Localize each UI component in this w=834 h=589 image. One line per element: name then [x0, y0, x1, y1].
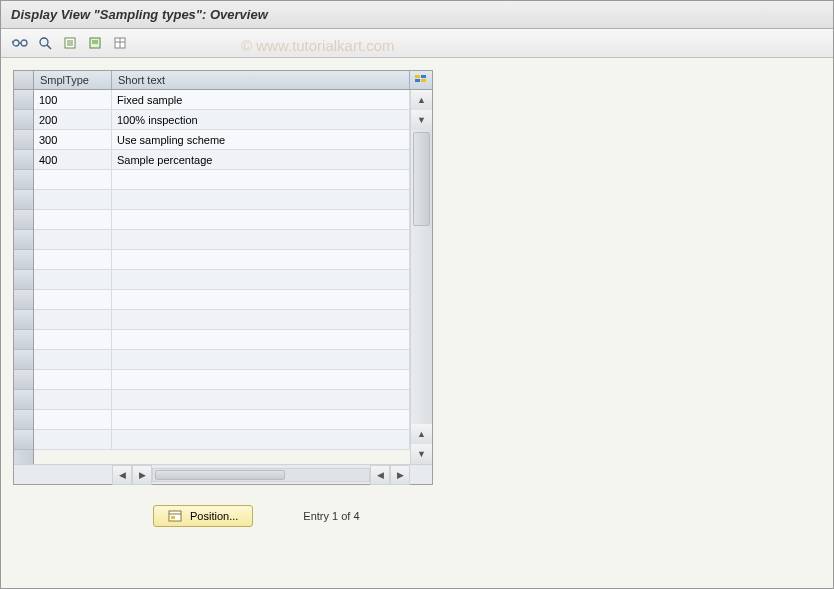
cell-shorttext [112, 270, 410, 289]
window-title: Display View "Sampling types": Overview [1, 1, 833, 29]
export-green-button[interactable] [84, 33, 106, 53]
row-selector[interactable] [14, 110, 33, 130]
scroll-track[interactable] [411, 130, 432, 424]
entry-status: Entry 1 of 4 [303, 510, 359, 522]
cell-smpltype: 200 [34, 110, 112, 129]
svg-line-3 [12, 41, 13, 43]
export-button[interactable] [59, 33, 81, 53]
cell-smpltype [34, 230, 112, 249]
row-selector[interactable] [14, 90, 33, 110]
cell-shorttext: 100% inspection [112, 110, 410, 129]
cell-shorttext [112, 190, 410, 209]
row-selector[interactable] [14, 230, 33, 250]
cell-shorttext [112, 250, 410, 269]
cell-shorttext [112, 330, 410, 349]
table-row[interactable] [34, 350, 410, 370]
cell-smpltype [34, 310, 112, 329]
row-selector[interactable] [14, 310, 33, 330]
hscroll-track[interactable] [152, 468, 370, 482]
row-selector[interactable] [14, 410, 33, 430]
footer-row: Position... Entry 1 of 4 [13, 505, 433, 527]
content-area: SmplType Short text [1, 58, 833, 539]
svg-line-5 [47, 45, 51, 49]
table-header: SmplType Short text [14, 71, 432, 90]
svg-rect-22 [171, 516, 175, 519]
cell-smpltype [34, 210, 112, 229]
scroll-thumb[interactable] [413, 132, 430, 226]
col-header-shorttext[interactable]: Short text [112, 71, 410, 89]
hscroll-left-button[interactable]: ◀ [112, 465, 132, 485]
hscroll-left2-button[interactable]: ◀ [370, 465, 390, 485]
row-selector[interactable] [14, 430, 33, 450]
table-row[interactable] [34, 190, 410, 210]
table-row[interactable] [34, 330, 410, 350]
row-selector[interactable] [14, 330, 33, 350]
row-selector[interactable] [14, 210, 33, 230]
table-row[interactable] [34, 270, 410, 290]
hscroll-right2-button[interactable]: ▶ [390, 465, 410, 485]
row-selector[interactable] [14, 290, 33, 310]
cell-smpltype [34, 430, 112, 449]
col-config-button[interactable] [410, 71, 432, 89]
cell-shorttext [112, 310, 410, 329]
cell-smpltype: 300 [34, 130, 112, 149]
hscroll-right-button[interactable]: ▶ [132, 465, 152, 485]
row-selector[interactable] [14, 170, 33, 190]
table-row[interactable] [34, 390, 410, 410]
cell-shorttext [112, 390, 410, 409]
table-row[interactable] [34, 410, 410, 430]
cell-smpltype [34, 250, 112, 269]
toolbar [1, 29, 833, 58]
table-row[interactable] [34, 290, 410, 310]
hscroll-thumb[interactable] [155, 470, 285, 480]
table-row[interactable]: 400Sample percentage [34, 150, 410, 170]
cell-smpltype [34, 290, 112, 309]
table-row[interactable] [34, 310, 410, 330]
row-selector[interactable] [14, 370, 33, 390]
table-row[interactable] [34, 230, 410, 250]
row-selector[interactable] [14, 250, 33, 270]
table-row[interactable] [34, 430, 410, 450]
scroll-up2-button[interactable]: ▲ [411, 424, 432, 444]
position-button[interactable]: Position... [153, 505, 253, 527]
row-selector-column [14, 90, 34, 464]
cell-shorttext [112, 210, 410, 229]
scroll-down-button[interactable]: ▼ [411, 110, 432, 130]
cell-shorttext [112, 370, 410, 389]
table-row[interactable] [34, 370, 410, 390]
position-icon [168, 509, 182, 523]
svg-rect-17 [421, 75, 426, 78]
cell-shorttext [112, 170, 410, 189]
cell-shorttext [112, 350, 410, 369]
cell-smpltype [34, 410, 112, 429]
horizontal-scrollbar[interactable]: ◀ ▶ ◀ ▶ [14, 464, 432, 484]
col-header-smpltype[interactable]: SmplType [34, 71, 112, 89]
row-selector[interactable] [14, 350, 33, 370]
scroll-down2-button[interactable]: ▼ [411, 444, 432, 464]
row-selector[interactable] [14, 390, 33, 410]
spreadsheet-button[interactable] [109, 33, 131, 53]
search-button[interactable] [34, 33, 56, 53]
svg-point-4 [40, 38, 48, 46]
table-row[interactable]: 200100% inspection [34, 110, 410, 130]
row-selector[interactable] [14, 130, 33, 150]
vertical-scrollbar[interactable]: ▲ ▼ ▲ ▼ [410, 90, 432, 464]
table-row[interactable]: 100Fixed sample [34, 90, 410, 110]
table-row[interactable] [34, 250, 410, 270]
position-label: Position... [190, 510, 238, 522]
change-mode-button[interactable] [9, 33, 31, 53]
svg-rect-16 [415, 75, 420, 78]
table-row[interactable]: 300Use sampling scheme [34, 130, 410, 150]
table-body: 100Fixed sample 200100% inspection 300Us… [14, 90, 432, 464]
table-row[interactable] [34, 170, 410, 190]
svg-point-1 [21, 40, 27, 46]
cell-smpltype [34, 370, 112, 389]
row-selector[interactable] [14, 190, 33, 210]
scroll-up-button[interactable]: ▲ [411, 90, 432, 110]
select-all-corner[interactable] [14, 71, 34, 89]
row-selector[interactable] [14, 270, 33, 290]
cell-smpltype: 100 [34, 90, 112, 109]
cell-smpltype [34, 170, 112, 189]
table-row[interactable] [34, 210, 410, 230]
row-selector[interactable] [14, 150, 33, 170]
